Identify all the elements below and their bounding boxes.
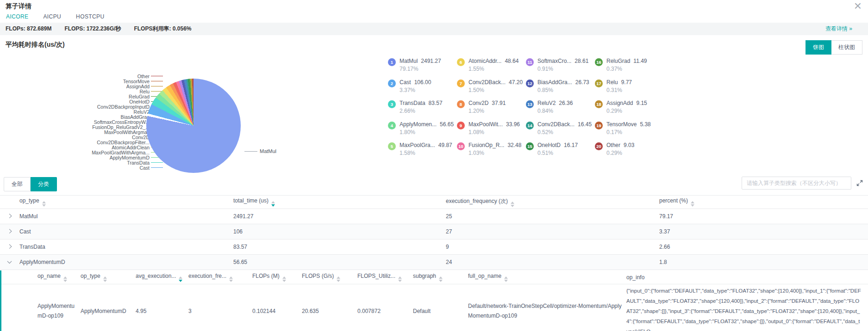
legend-item[interactable]: 1MatMul2491.2779.17% bbox=[388, 58, 457, 79]
tab-aicore[interactable]: AICORE bbox=[6, 12, 29, 24]
legend-name-value: ReluV226.36 bbox=[537, 100, 573, 106]
fullscreen-icon[interactable] bbox=[856, 179, 863, 187]
legend-percent: 0.84% bbox=[537, 108, 573, 114]
legend-item[interactable]: 13ReluV226.360.84% bbox=[526, 100, 595, 121]
flops-metrics: FLOPs: 872.689MFLOPS: 1722.236G/秒FLOPS利用… bbox=[6, 25, 204, 33]
op-row-applymomentumd[interactable]: ApplyMomentumD56.65241.8 bbox=[0, 255, 868, 270]
sort-carets-icon[interactable] bbox=[179, 276, 182, 282]
legend-text: Conv2DBack...47.201.50% bbox=[468, 79, 523, 93]
bar-view-button[interactable]: 柱状图 bbox=[831, 40, 862, 55]
flops-summary-bar: FLOPs: 872.689MFLOPS: 1722.236G/秒FLOPS利用… bbox=[0, 23, 868, 35]
pie-chart[interactable] bbox=[146, 79, 241, 173]
column-header-total-time[interactable]: total_time (us) bbox=[214, 197, 426, 207]
legend-item[interactable]: 20Other9.030.29% bbox=[595, 142, 664, 163]
sort-carets-icon[interactable] bbox=[337, 276, 340, 282]
legend-item[interactable]: 16ReluGrad11.490.37% bbox=[595, 58, 664, 79]
pie-view-button[interactable]: 饼图 bbox=[806, 40, 831, 55]
op-row-cast[interactable]: Cast106273.37 bbox=[0, 224, 868, 239]
legend-item[interactable]: 11SoftmaxCro...28.610.91% bbox=[526, 58, 595, 79]
legend-name: TensorMove bbox=[606, 121, 637, 128]
legend-name: SoftmaxCro... bbox=[537, 58, 571, 64]
legend-text: Cast106.003.37% bbox=[400, 79, 431, 93]
sort-carets-icon[interactable] bbox=[511, 202, 514, 207]
column-header-op-name[interactable]: op_name bbox=[1, 273, 81, 282]
sort-carets-icon[interactable] bbox=[398, 276, 402, 282]
sort-carets-icon[interactable] bbox=[271, 201, 275, 207]
legend-item[interactable]: 14Conv2DBack...16.450.52% bbox=[526, 121, 595, 142]
legend-rank-badge: 17 bbox=[595, 80, 603, 87]
legend-item[interactable]: 18AssignAdd9.150.29% bbox=[595, 100, 664, 121]
top-tabbar: AICOREAICPUHOSTCPU bbox=[6, 12, 119, 24]
collapse-row-icon[interactable] bbox=[7, 259, 12, 264]
tab-hostcpu[interactable]: HOSTCPU bbox=[75, 12, 105, 23]
titlebar: 算子详情 bbox=[6, 2, 31, 11]
column-header-op-type[interactable]: op_type bbox=[81, 273, 136, 282]
close-icon[interactable]: × bbox=[854, 0, 862, 12]
sort-carets-icon[interactable] bbox=[282, 276, 286, 282]
legend-name-value: TransData83.57 bbox=[400, 100, 443, 106]
pie-label: SoftmaxCrossEntropyW... bbox=[14, 119, 163, 124]
legend-item[interactable]: 9MaxPoolWit...33.961.08% bbox=[457, 121, 526, 142]
view-details-link[interactable]: 查看详情 » bbox=[825, 25, 852, 33]
tab-aicpu[interactable]: AICPU bbox=[43, 12, 62, 23]
legend-rank-badge: 12 bbox=[526, 80, 534, 87]
column-header-label: execution_fre... bbox=[188, 273, 226, 279]
legend-item[interactable]: 5MaxPoolGra...49.871.58% bbox=[388, 142, 457, 163]
sort-carets-icon[interactable] bbox=[504, 276, 508, 282]
legend-percent: 2.66% bbox=[400, 108, 443, 114]
column-header-execution-frequency[interactable]: execution_frequency (次) bbox=[426, 197, 640, 207]
legend-item[interactable]: 19TensorMove5.380.17% bbox=[595, 121, 664, 142]
expand-row-icon[interactable] bbox=[7, 244, 12, 249]
legend-item[interactable]: 7Conv2DBack...47.201.50% bbox=[457, 79, 526, 100]
column-header-subgraph[interactable]: subgraph bbox=[413, 273, 468, 282]
sort-carets-icon[interactable] bbox=[229, 276, 233, 282]
legend-item[interactable]: 8Conv2D37.911.20% bbox=[457, 100, 526, 121]
search-input[interactable] bbox=[742, 177, 851, 190]
legend-name-value: Conv2D37.91 bbox=[468, 100, 506, 106]
filter-tab-category[interactable]: 分类 bbox=[31, 177, 57, 191]
legend-text: OneHotD16.170.51% bbox=[537, 142, 578, 156]
legend-item[interactable]: 2Cast106.003.37% bbox=[388, 79, 457, 100]
column-header-flops-utilization[interactable]: FLOPS_Utiliz... bbox=[357, 273, 413, 282]
filter-tab-all[interactable]: 全部 bbox=[4, 177, 31, 191]
sort-carets-icon[interactable] bbox=[439, 276, 443, 282]
legend-item[interactable]: 15OneHotD16.170.51% bbox=[526, 142, 595, 163]
sort-carets-icon[interactable] bbox=[63, 276, 67, 282]
sort-carets-icon[interactable] bbox=[42, 201, 46, 207]
legend-item[interactable]: 10FusionOp_R...32.481.03% bbox=[457, 142, 526, 163]
column-header-avg-execution-time[interactable]: avg_execution... bbox=[136, 273, 188, 282]
pie-label: Conv2DBackpropFilter... bbox=[14, 140, 163, 145]
sort-carets-icon[interactable] bbox=[691, 201, 694, 207]
column-header-label: avg_execution... bbox=[136, 273, 176, 279]
column-header-op-type[interactable]: op_type bbox=[0, 197, 214, 207]
cell-execution-frequency: 24 bbox=[426, 259, 640, 265]
cell-percent: 3.37 bbox=[640, 228, 868, 235]
legend-item[interactable]: 17Relu9.770.31% bbox=[595, 79, 664, 100]
sort-carets-icon[interactable] bbox=[103, 276, 107, 282]
legend-item[interactable]: 6AtomicAddr...48.641.55% bbox=[457, 58, 526, 79]
legend-text: MaxPoolGra...49.871.58% bbox=[400, 142, 452, 156]
op-table-header: op_typetotal_time (us)execution_frequenc… bbox=[0, 195, 868, 209]
column-header-label: FLOPS (G/s) bbox=[302, 273, 334, 279]
legend-item[interactable]: 3TransData83.572.66% bbox=[388, 100, 457, 121]
pie-label: TensorMove bbox=[14, 79, 163, 84]
legend-rank-badge: 3 bbox=[388, 100, 396, 108]
expand-row-icon[interactable] bbox=[7, 214, 12, 218]
column-header-percent[interactable]: percent (%) bbox=[640, 197, 868, 207]
legend-name: ApplyMomen... bbox=[400, 121, 437, 128]
column-header-flops-m[interactable]: FLOPs (M) bbox=[252, 273, 302, 282]
legend-value: 47.20 bbox=[509, 79, 523, 86]
pie-label-leader-line bbox=[151, 86, 163, 86]
legend-name-value: ReluGrad11.49 bbox=[606, 58, 647, 64]
legend-item[interactable]: 12BiasAddGra...26.730.85% bbox=[526, 79, 595, 100]
pie-label: ApplyMomentumD bbox=[14, 155, 163, 160]
legend-rank-badge: 16 bbox=[595, 58, 603, 66]
op-row-matmul[interactable]: MatMul2491.272579.17 bbox=[0, 209, 868, 224]
legend-value: 83.57 bbox=[429, 100, 443, 106]
column-header-flops-gs[interactable]: FLOPS (G/s) bbox=[302, 273, 357, 282]
legend-item[interactable]: 4ApplyMomen...56.651.80% bbox=[388, 121, 457, 142]
op-row-transdata[interactable]: TransData83.5792.66 bbox=[0, 239, 868, 255]
column-header-full-op-name[interactable]: full_op_name bbox=[468, 273, 626, 282]
column-header-execution-frequency[interactable]: execution_fre... bbox=[188, 273, 252, 282]
expand-row-icon[interactable] bbox=[7, 229, 12, 233]
